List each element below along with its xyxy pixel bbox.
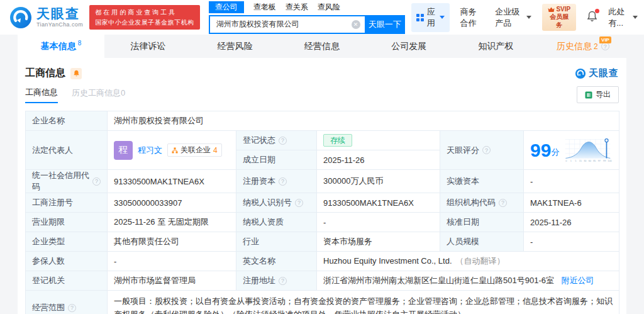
help-icon[interactable]: ? xyxy=(295,199,303,207)
tianyancha-logo-icon xyxy=(9,6,33,30)
menu-enterprise-products[interactable]: 企业级产品 xyxy=(495,6,531,29)
related-count: 4 xyxy=(213,146,218,155)
reg-address-label: 注册地址 ? xyxy=(236,271,317,291)
legal-rep-cell: 程 程习文 关联企业 4 xyxy=(108,131,236,170)
auto-translate-note: （自动翻译） xyxy=(456,256,505,266)
tab-label: 经营信息 xyxy=(304,41,340,52)
subtab-business-info[interactable]: 工商信息 xyxy=(25,87,58,103)
company-name-value: 湖州市股权投资有限公司 xyxy=(108,111,619,131)
industry-value: 资本市场服务 xyxy=(317,232,440,252)
subtab-history-business-info[interactable]: 历史工商信息0 xyxy=(72,87,125,103)
svg-text:60: 60 xyxy=(589,160,591,162)
legal-rep-name-link[interactable]: 程习文 xyxy=(138,145,162,156)
crown-icon xyxy=(548,7,555,13)
help-icon[interactable]: ? xyxy=(68,304,76,312)
account-menu[interactable]: 此处有... xyxy=(608,6,638,29)
caret-down-icon xyxy=(633,16,638,19)
status-badge: 存续 xyxy=(323,134,352,147)
apps-menu[interactable]: 应用 xyxy=(411,3,450,32)
announcement-chip[interactable] xyxy=(70,68,82,79)
establish-date-value: 2025-11-26 xyxy=(317,150,440,170)
svg-text:5: 5 xyxy=(575,160,577,162)
svg-text:85: 85 xyxy=(594,160,596,162)
company-name-label: 企业名称 xyxy=(26,111,108,131)
help-icon[interactable]: ? xyxy=(499,199,507,207)
header-menu: 应用 商务合作 企业级产品 SVIP 会员服务 xyxy=(411,3,638,32)
help-icon[interactable]: ? xyxy=(279,277,287,285)
promo-banner: 都在用的商业查询工具 国家中小企业发展子基金旗下机构 xyxy=(89,5,200,30)
table-row: 经营范围 ? 一般项目：股权投资；以自有资金从事投资活动；自有资金投资的资产管理… xyxy=(26,291,619,314)
search-button[interactable]: 天眼一下 xyxy=(365,15,405,34)
svg-text:99: 99 xyxy=(603,160,606,162)
table-row: 统一社会信用代码 ? 91330500MAK1TNEA6X 注册资本 ? 300… xyxy=(26,170,619,193)
tianyancha-logo[interactable]: 天眼查 TianYanCha.com xyxy=(9,6,83,30)
search-input[interactable] xyxy=(209,15,365,34)
taxpayer-quality-value: - xyxy=(317,213,440,232)
tab-operating-risk[interactable]: 经营风险 xyxy=(192,35,279,58)
tab-legal-proceedings[interactable]: 法律诉讼 xyxy=(104,35,191,58)
score-unit: 分 xyxy=(551,147,559,158)
paid-capital-value: - xyxy=(524,170,619,193)
staff-size-value: - xyxy=(524,232,619,252)
help-icon[interactable]: ? xyxy=(279,177,287,186)
tab-basic-info[interactable]: 基本信息 8 xyxy=(18,35,104,58)
org-code-value: MAK1TNEA-6 xyxy=(524,193,619,213)
company-type-label: 企业类型 xyxy=(26,232,108,252)
company-type-value: 其他有限责任公司 xyxy=(108,232,236,252)
table-row: 企业类型 其他有限责任公司 行业 资本市场服务 人员规模 - xyxy=(26,232,619,252)
tab-company-development[interactable]: 公司发展 xyxy=(365,35,452,58)
tab-operating-info[interactable]: 经营信息 xyxy=(279,35,365,58)
search-tab-risk[interactable]: 查风险 xyxy=(318,1,340,13)
banner-line1: 都在用的商业查询工具 xyxy=(95,8,194,18)
vip-badge: VIP xyxy=(599,36,611,43)
apps-label: 应用 xyxy=(427,6,435,29)
reg-address-value: 浙江省湖州市湖州南太湖新区仁皇山街道仁皇山路501号901-6室 附近公司 xyxy=(317,271,619,291)
tab-count: 2 xyxy=(594,42,598,51)
search-tab-boss[interactable]: 查老板 xyxy=(253,1,276,13)
tab-count: 8 xyxy=(78,40,82,47)
tab-label: 历史信息 xyxy=(557,41,592,52)
help-icon[interactable]: ? xyxy=(279,137,287,145)
menu-business-coop[interactable]: 商务合作 xyxy=(460,6,485,29)
alarm-bell-icon xyxy=(73,70,80,77)
taxpayer-quality-label: 纳税人资质 xyxy=(236,213,317,232)
legal-rep-avatar[interactable]: 程 xyxy=(114,141,133,160)
notifications-bell[interactable] xyxy=(587,11,597,24)
help-icon[interactable]: ? xyxy=(92,177,101,186)
establish-date-label: 成立日期 xyxy=(236,150,317,170)
search-tab-company[interactable]: 查公司 xyxy=(209,1,244,13)
tab-label: 法律诉讼 xyxy=(130,41,165,52)
paid-capital-label: 实缴资本 xyxy=(440,170,524,193)
related-companies-badge[interactable]: 关联企业 4 xyxy=(167,143,222,157)
svg-text:0: 0 xyxy=(566,160,567,162)
enterprise-label: 企业级产品 xyxy=(495,6,523,29)
coop-label: 商务合作 xyxy=(460,6,485,29)
tab-label: 基本信息 xyxy=(41,41,76,52)
business-term-label: 营业期限 xyxy=(26,213,108,232)
score-value: 99 xyxy=(530,141,551,160)
business-term-value: 2025-11-26 至 无固定期限 xyxy=(108,213,236,232)
svip-badge[interactable]: SVIP 会员服务 xyxy=(542,4,576,31)
score-label: 天眼评分 ? xyxy=(440,131,524,170)
search-tab-relation[interactable]: 查关系 xyxy=(286,1,308,13)
svip-line2: 会员服务 xyxy=(548,13,570,29)
tab-history-info[interactable]: VIP 历史信息 2 ? xyxy=(540,35,626,58)
watermark-text: 天眼查 xyxy=(589,67,619,79)
help-icon[interactable]: ? xyxy=(482,146,491,154)
svg-text:100: 100 xyxy=(608,160,612,162)
industry-label: 行业 xyxy=(236,232,317,252)
top-header: 天眼查 TianYanCha.com 都在用的商业查询工具 国家中小企业发展子基… xyxy=(0,0,644,35)
export-excel-icon xyxy=(585,91,592,99)
section-title: 工商信息 xyxy=(25,67,65,80)
business-scope-value: 一般项目：股权投资；以自有资金从事投资活动；自有资金投资的资产管理服务；企业管理… xyxy=(108,291,619,314)
table-row: 企业名称 湖州市股权投资有限公司 xyxy=(26,111,619,131)
clear-icon[interactable]: ✕ xyxy=(352,20,360,29)
reg-capital-label: 注册资本 ? xyxy=(236,170,317,193)
taxpayer-id-label: 纳税人识别号 ? xyxy=(236,193,317,213)
reg-authority-value: 湖州市市场监督管理局 xyxy=(108,271,236,291)
export-button[interactable]: 导出 xyxy=(577,86,619,103)
reg-status-label: 登记状态 ? xyxy=(236,131,317,150)
apps-grid-icon xyxy=(416,14,424,21)
nearby-companies-link[interactable]: 附近公司 xyxy=(562,276,594,285)
tab-intellectual-property[interactable]: 知识产权 xyxy=(452,35,539,58)
